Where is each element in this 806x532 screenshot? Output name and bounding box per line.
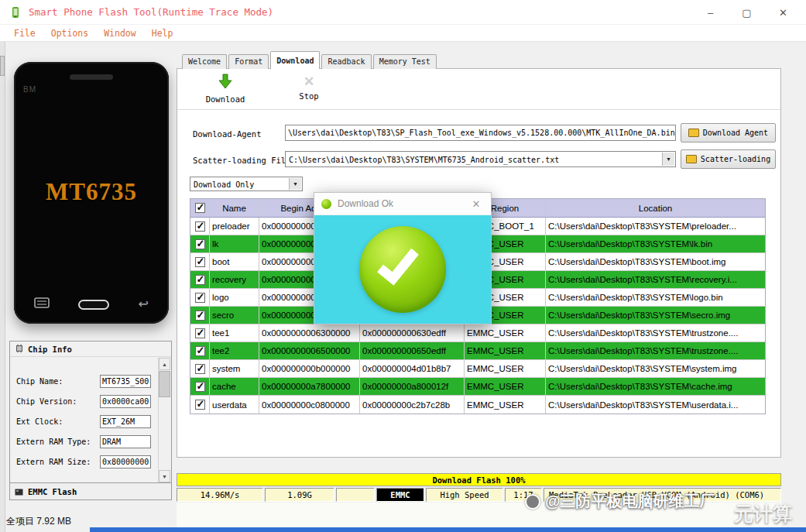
- chip-field-label: Chip Name:: [16, 377, 100, 386]
- chip-field-input[interactable]: DRAM: [100, 435, 151, 448]
- maximize-button[interactable]: ▢: [729, 0, 765, 25]
- status-cell-storage-type: EMMC: [376, 488, 424, 502]
- download-agent-button[interactable]: Download Agent: [681, 123, 776, 142]
- cell-name: preloader: [210, 218, 259, 235]
- scatter-file-combobox[interactable]: C:\Users\dai\Desktop\T83\SYSTEM\MT6735_A…: [285, 151, 676, 167]
- table-row-tee1[interactable]: tee10x00000000063000000x000000000630edff…: [190, 324, 765, 342]
- download-agent-input[interactable]: \Users\dai\Desktop\T83\SP_Flash_Tool_exe…: [285, 125, 676, 141]
- menu-item-file[interactable]: File: [6, 28, 43, 39]
- tab-readback[interactable]: Readback: [321, 54, 371, 69]
- header-cell-check: [190, 199, 210, 217]
- cell-region: EMMC_USER: [465, 360, 546, 377]
- download-button[interactable]: Download: [197, 73, 253, 104]
- tab-welcome[interactable]: Welcome: [182, 54, 227, 69]
- phone-preview: BM MT6735 ↩: [14, 62, 169, 324]
- stop-button[interactable]: Stop: [284, 73, 334, 101]
- row-checkbox[interactable]: [195, 328, 205, 338]
- scatter-file-label: Scatter-loading File: [193, 156, 290, 165]
- chip-field-value: MT6735_S00: [102, 377, 149, 386]
- menu-item-options[interactable]: Options: [43, 28, 96, 39]
- download-agent-path: \Users\dai\Desktop\T83\SP_Flash_Tool_exe…: [288, 129, 675, 137]
- close-button[interactable]: ✕: [765, 0, 801, 25]
- chip-field-label: Ext Clock:: [16, 417, 100, 426]
- chip-info-header[interactable]: Chip Info: [10, 342, 171, 357]
- chip-info-row: Extern RAM Type:DRAM: [10, 431, 171, 451]
- chip-field-input[interactable]: EXT_26M: [100, 415, 151, 428]
- dialog-close-button[interactable]: ✕: [468, 198, 484, 210]
- chip-info-fields: Chip Name:MT6735_S00Chip Version:0x0000c…: [10, 357, 171, 472]
- row-checkbox[interactable]: [195, 364, 205, 374]
- chip-field-input[interactable]: MT6735_S00: [100, 375, 151, 388]
- success-check-icon: [359, 226, 446, 313]
- side-collapse-strip[interactable]: [0, 42, 5, 532]
- table-row-system[interactable]: system0x000000000b0000000x000000004d01b8…: [190, 360, 765, 378]
- minimize-button[interactable]: –: [692, 0, 729, 25]
- side-collapse-handle[interactable]: [0, 56, 5, 76]
- tab-format[interactable]: Format: [228, 54, 269, 69]
- row-checkbox[interactable]: [195, 275, 205, 285]
- chip-info-scrollbar[interactable]: [158, 358, 170, 482]
- menu-item-help[interactable]: Help: [144, 28, 181, 39]
- row-checkbox[interactable]: [195, 257, 205, 267]
- cell-region: EMMC_USER: [465, 342, 546, 359]
- table-row-cache[interactable]: cache0x00000000a78000000x00000000a800012…: [190, 378, 765, 396]
- cell-location: C:\Users\dai\Desktop\T83\SYSTEM\system.i…: [546, 360, 765, 377]
- cell-location: C:\Users\dai\Desktop\T83\SYSTEM\userdata…: [546, 396, 765, 414]
- check-mark: [377, 241, 419, 286]
- scroll-up-arrow[interactable]: [159, 358, 170, 370]
- progress-label: Download Flash 100%: [432, 475, 525, 485]
- table-row-tee2[interactable]: tee20x00000000065000000x000000000650edff…: [190, 342, 765, 360]
- download-mode-select[interactable]: Download Only: [190, 177, 303, 191]
- cell-location: C:\Users\dai\Desktop\T83\SYSTEM\secro.im…: [546, 307, 765, 324]
- cell-location: C:\Users\dai\Desktop\T83\SYSTEM\boot.img: [546, 253, 765, 270]
- taskbar-strip: [90, 527, 806, 532]
- cell-name: system: [210, 360, 259, 377]
- emmc-flash-section-header[interactable]: EMMC Flash: [10, 482, 171, 499]
- row-checkbox[interactable]: [195, 382, 205, 392]
- row-checkbox[interactable]: [195, 221, 205, 232]
- cell-location: C:\Users\dai\Desktop\T83\SYSTEM\logo.bin: [546, 289, 765, 306]
- menu-item-window[interactable]: Window: [96, 28, 144, 39]
- phone-home-button: [78, 300, 109, 310]
- chip-field-value: EXT_26M: [102, 417, 135, 426]
- scatter-loading-button[interactable]: Scatter-loading: [681, 149, 776, 169]
- cell-name: lk: [210, 235, 259, 252]
- tab-download[interactable]: Download: [270, 51, 320, 69]
- stop-button-label: Stop: [299, 91, 318, 101]
- cell-location: C:\Users\dai\Desktop\T83\SYSTEM\trustzon…: [546, 342, 765, 359]
- chip-field-input[interactable]: 0x0000ca00: [100, 395, 151, 408]
- download-ok-dialog: Download Ok ✕: [314, 192, 492, 324]
- dropdown-arrow-icon[interactable]: [289, 178, 301, 190]
- app-phone-icon: [9, 6, 22, 19]
- chip-field-input[interactable]: 0x80000000: [100, 455, 151, 469]
- column-header-name[interactable]: Name: [210, 199, 259, 217]
- chip-field-label: Extern RAM Size:: [16, 458, 100, 466]
- dropdown-arrow-icon[interactable]: [662, 153, 674, 166]
- row-checkbox[interactable]: [195, 311, 205, 321]
- cell-name: tee1: [210, 324, 259, 342]
- cell-checkbox: [190, 235, 210, 252]
- row-checkbox[interactable]: [195, 346, 205, 356]
- select-all-checkbox[interactable]: [195, 203, 205, 213]
- cell-name: recovery: [210, 271, 259, 288]
- row-checkbox[interactable]: [195, 400, 205, 410]
- cell-checkbox: [190, 271, 210, 288]
- scrollbar-thumb[interactable]: [159, 371, 170, 397]
- scroll-down-arrow[interactable]: [159, 470, 170, 482]
- row-checkbox[interactable]: [195, 239, 205, 249]
- dialog-title-bar[interactable]: Download Ok ✕: [314, 193, 491, 215]
- dialog-app-icon: [321, 199, 331, 209]
- cell-location: C:\Users\dai\Desktop\T83\SYSTEM\trustzon…: [546, 324, 765, 342]
- cell-region: EMMC_USER: [465, 396, 546, 414]
- cell-begin-address: 0x00000000a7800000: [259, 378, 360, 395]
- row-checkbox[interactable]: [195, 293, 205, 303]
- watermark-brand: 元计算: [734, 501, 792, 527]
- watermark-handle: @三防平板电脑研维工厂: [545, 491, 715, 512]
- total-size-label: 全项目 7.92 MB: [6, 515, 71, 528]
- phone-brand-label: BM: [23, 85, 36, 94]
- cell-end-address: 0x000000004d01b8b7: [360, 360, 465, 377]
- table-row-userdata[interactable]: userdata0x00000000c08000000x00000000c2b7…: [190, 396, 765, 414]
- column-header-location[interactable]: Location: [546, 199, 765, 217]
- title-bar: Smart Phone Flash Tool(Runtime Trace Mod…: [0, 0, 806, 25]
- tab-memory-test[interactable]: Memory Test: [373, 54, 437, 69]
